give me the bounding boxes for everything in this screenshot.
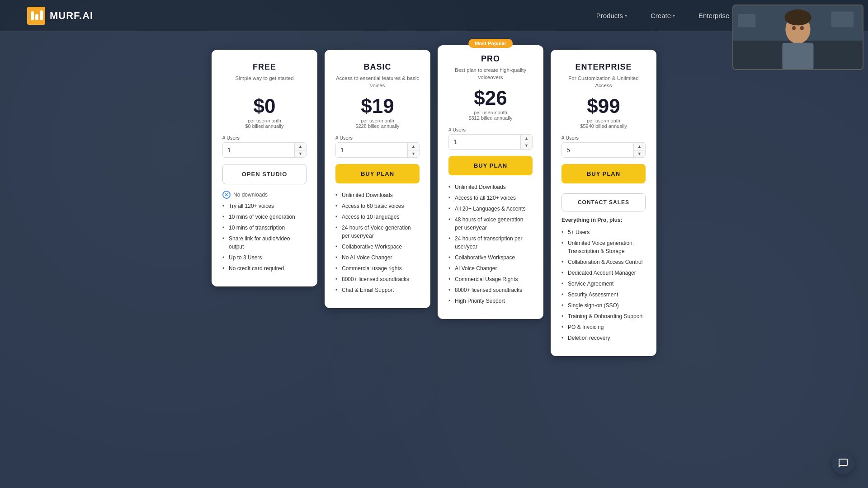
list-item: Commercial Usage Rights	[448, 274, 533, 285]
free-users-up[interactable]: ▲	[295, 143, 306, 150]
free-price-amount: $0	[254, 95, 276, 117]
basic-plan-name: BASIC	[335, 62, 420, 72]
free-plan-card: FREE Simple way to get started $0 per us…	[212, 50, 317, 286]
enterprise-price-amount: $99	[587, 95, 620, 117]
list-item: 10 mins of voice generation	[222, 211, 307, 222]
list-item: PO & Invoicing	[561, 322, 646, 333]
basic-price-annual: $228 billed annually	[335, 123, 420, 129]
basic-users-spinners: ▲ ▼	[407, 143, 419, 157]
nav-item-create[interactable]: Create ▾	[643, 8, 682, 23]
free-users-input-wrapper: ▲ ▼	[222, 142, 307, 158]
chat-button[interactable]	[832, 452, 854, 474]
list-item: Access to all 120+ voices	[448, 192, 533, 203]
free-users-spinners: ▲ ▼	[294, 143, 306, 157]
enterprise-users-input-wrapper: ▲ ▼	[561, 142, 646, 158]
enterprise-cta-button[interactable]: BUY PLAN	[561, 164, 646, 183]
enterprise-users-up[interactable]: ▲	[634, 143, 645, 150]
enterprise-users-input[interactable]	[562, 143, 633, 157]
list-item: Deletion recovery	[561, 333, 646, 343]
free-price-annual: $0 billed annually	[222, 123, 307, 129]
free-users-input[interactable]	[223, 143, 294, 157]
list-item: Collaborative Workspace	[448, 252, 533, 263]
list-item: 10 mins of transcription	[222, 222, 307, 233]
list-item: Single sign-on (SSO)	[561, 300, 646, 311]
basic-users-input[interactable]	[336, 143, 407, 157]
pricing-container: FREE Simple way to get started $0 per us…	[208, 50, 660, 356]
pro-cta-button[interactable]: BUY PLAN	[448, 156, 533, 175]
pro-plan-card: Most Popular PRO Best plan to create hig…	[438, 45, 543, 319]
list-item: 8000+ licensed soundtracks	[448, 285, 533, 296]
enterprise-contact-button[interactable]: CONTACT SALES	[561, 193, 646, 211]
list-item: No credit card required	[222, 263, 307, 274]
free-users-label: # Users	[222, 135, 307, 141]
pro-users-label: # Users	[448, 127, 533, 132]
enterprise-features-intro: Everything in Pro, plus:	[561, 217, 646, 223]
pro-price-annual: $312 billed annually	[448, 115, 533, 121]
pro-users-input[interactable]	[449, 135, 520, 149]
pro-users-down[interactable]: ▼	[521, 142, 532, 149]
list-item: 8000+ licensed soundtracks	[335, 274, 420, 285]
enterprise-users-down[interactable]: ▼	[634, 150, 645, 157]
basic-plan-description: Access to essential features & basic voi…	[335, 75, 420, 91]
list-item: Unlimited Downloads	[448, 182, 533, 192]
basic-users-down[interactable]: ▼	[408, 150, 419, 157]
basic-users-label: # Users	[335, 135, 420, 141]
list-item: 5+ Users	[561, 227, 646, 238]
pro-users-spinners: ▲ ▼	[520, 135, 532, 149]
products-chevron-icon: ▾	[625, 13, 627, 18]
free-plan-price: $0 per user/month $0 billed annually	[222, 96, 307, 129]
svg-rect-3	[40, 10, 43, 20]
list-item: 24 hours of Voice generation per user/ye…	[335, 222, 420, 241]
pro-users-up[interactable]: ▲	[521, 135, 532, 142]
list-item: All 20+ Languages & Accents	[448, 203, 533, 214]
list-item: 48 hours of voice generation per user/ye…	[448, 214, 533, 233]
pro-price-period: per user/month	[448, 110, 533, 115]
list-item: Chat & Email Support	[335, 285, 420, 296]
list-item: No AI Voice Changer	[335, 252, 420, 263]
nav-item-products[interactable]: Products ▾	[589, 8, 634, 23]
logo-icon	[27, 7, 45, 25]
free-no-downloads: No downloads	[222, 191, 307, 199]
enterprise-price-annual: $5940 billed annually	[561, 123, 646, 129]
webcam-overlay	[732, 5, 863, 70]
list-item: Access to 10 languages	[335, 211, 420, 222]
list-item: Access to 60 basic voices	[335, 201, 420, 211]
list-item: Commercial usage rights	[335, 263, 420, 274]
svg-rect-12	[738, 14, 755, 28]
enterprise-price-period: per user/month	[561, 118, 646, 123]
svg-point-9	[784, 9, 811, 26]
basic-users-section: # Users ▲ ▼	[335, 135, 420, 158]
free-plan-description: Simple way to get started	[222, 75, 307, 91]
list-item: Unlimited Voice generation, Transcriptio…	[561, 238, 646, 257]
enterprise-users-label: # Users	[561, 135, 646, 141]
basic-plan-price: $19 per user/month $228 billed annually	[335, 96, 420, 129]
list-item: Try all 120+ voices	[222, 201, 307, 211]
svg-rect-1	[31, 11, 34, 20]
list-item: Collaboration & Access Control	[561, 257, 646, 267]
enterprise-plan-price: $99 per user/month $5940 billed annually	[561, 96, 646, 129]
pro-users-section: # Users ▲ ▼	[448, 127, 533, 150]
list-item: Up to 3 Users	[222, 252, 307, 263]
enterprise-plan-name: ENTERPRISE	[561, 62, 646, 72]
basic-cta-button[interactable]: BUY PLAN	[335, 164, 420, 183]
list-item: Security Assessment	[561, 289, 646, 300]
most-popular-badge: Most Popular	[468, 39, 513, 48]
create-chevron-icon: ▾	[673, 13, 675, 18]
basic-users-up[interactable]: ▲	[408, 143, 419, 150]
list-item: 24 hours of transcription per user/year	[448, 233, 533, 252]
nav-item-enterprise[interactable]: Enterprise	[691, 8, 736, 23]
list-item: Service Agreement	[561, 278, 646, 289]
svg-rect-2	[35, 14, 38, 20]
list-item: High Priority Support	[448, 296, 533, 306]
chat-icon	[838, 458, 849, 469]
enterprise-plan-card: ENTERPRISE For Customization & Unlimited…	[551, 50, 656, 356]
logo[interactable]: MURF.AI	[27, 7, 93, 25]
free-cta-button[interactable]: OPEN STUDIO	[222, 164, 307, 184]
free-users-down[interactable]: ▼	[295, 150, 306, 157]
enterprise-users-section: # Users ▲ ▼	[561, 135, 646, 158]
svg-point-10	[792, 26, 796, 30]
pro-plan-name: PRO	[448, 54, 533, 64]
free-price-period: per user/month	[222, 118, 307, 123]
free-features-list: Try all 120+ voices 10 mins of voice gen…	[222, 201, 307, 274]
enterprise-plan-description: For Customization & Unlimited Access	[561, 75, 646, 91]
